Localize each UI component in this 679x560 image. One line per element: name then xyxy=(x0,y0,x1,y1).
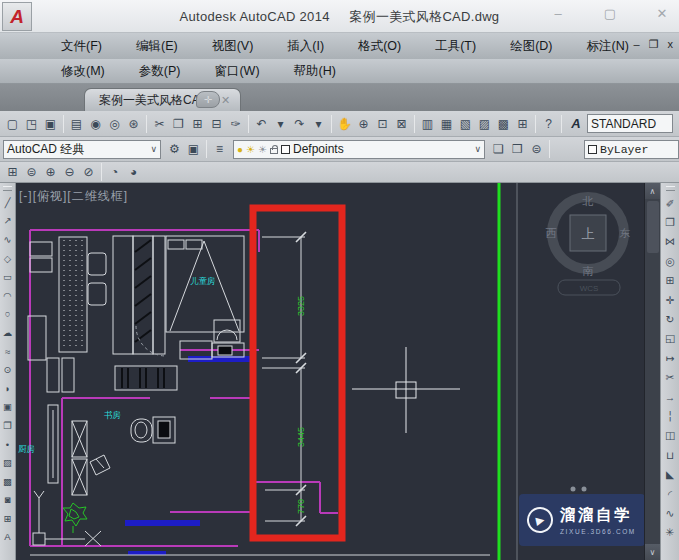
doc-close-button[interactable]: x xyxy=(668,38,674,51)
layer-lock-icon[interactable] xyxy=(270,148,278,154)
named-views-icon[interactable]: ⊜ xyxy=(22,164,41,181)
sheet-set-icon[interactable]: ▨ xyxy=(475,114,494,134)
redo-icon[interactable]: ↷ xyxy=(290,114,309,134)
join-icon[interactable]: ⊔ xyxy=(661,445,679,464)
layer-thaw-icon[interactable]: ☀ xyxy=(246,144,255,155)
insert-block-icon[interactable]: ▣ xyxy=(0,398,15,417)
spline-icon[interactable]: ≈ xyxy=(0,342,15,361)
menu-help[interactable]: 帮助(H) xyxy=(277,63,353,80)
close-button[interactable]: ✕ xyxy=(653,6,671,21)
ellipse-arc-icon[interactable]: ◗ xyxy=(0,379,15,398)
copy-object-icon[interactable]: ❐ xyxy=(661,212,679,231)
new-view-icon[interactable]: ⊕ xyxy=(41,164,60,181)
offset-icon[interactable]: ◎ xyxy=(661,251,679,270)
text-style-icon[interactable]: A xyxy=(565,116,587,131)
save-icon[interactable]: ▣ xyxy=(41,114,60,134)
rotate-icon[interactable]: ↻ xyxy=(661,309,679,328)
open-icon[interactable]: ◳ xyxy=(22,114,41,134)
properties-icon[interactable]: ▥ xyxy=(418,114,437,134)
doc-minimize-button[interactable]: – xyxy=(634,38,640,51)
markup-icon[interactable]: ▩ xyxy=(494,114,513,134)
menu-window[interactable]: 窗口(W) xyxy=(197,63,276,80)
rectangle-icon[interactable]: ▭ xyxy=(0,267,15,286)
menu-modify[interactable]: 修改(M) xyxy=(44,63,122,80)
menu-parametric[interactable]: 参数(P) xyxy=(122,63,198,80)
workspace-combo[interactable]: AutoCAD 经典 ∨ xyxy=(3,140,161,159)
stretch-icon[interactable]: ↦ xyxy=(661,348,679,367)
viewports-icon[interactable]: ⊞ xyxy=(3,164,22,181)
drawing-canvas[interactable]: 儿童房 书房 厨房 3325 3445 770 xyxy=(16,183,644,560)
array-icon[interactable]: ⊞ xyxy=(661,271,679,290)
circle-icon[interactable]: ○ xyxy=(0,305,15,324)
layer-previous-icon[interactable]: ❏ xyxy=(489,139,508,159)
undo-dropdown-icon[interactable]: ▾ xyxy=(271,114,290,134)
trim-icon[interactable]: ✂ xyxy=(661,368,679,387)
break-icon[interactable]: ◫ xyxy=(661,426,679,445)
line-icon[interactable]: ╱ xyxy=(0,193,15,212)
scale-icon[interactable]: ◱ xyxy=(661,329,679,348)
vertical-scrollbar[interactable]: ∧ ∨ xyxy=(644,183,660,560)
polygon-icon[interactable]: ◇ xyxy=(0,249,15,268)
point-icon[interactable]: • xyxy=(0,435,15,454)
layer-vp-freeze-icon[interactable]: ☀ xyxy=(258,144,267,155)
help-icon[interactable]: ? xyxy=(539,114,558,134)
fillet-icon[interactable]: ◜ xyxy=(661,484,679,503)
hatch-icon[interactable]: ▨ xyxy=(0,453,15,472)
layer-isolate-icon[interactable]: ❒ xyxy=(508,139,527,159)
ellipse-icon[interactable]: ⊙ xyxy=(0,360,15,379)
chamfer-icon[interactable]: ◣ xyxy=(661,464,679,483)
update-view-icon[interactable]: ⊖ xyxy=(60,164,79,181)
workspace-save-icon[interactable]: ▣ xyxy=(184,139,203,159)
quickcalc-icon[interactable]: ⊞ xyxy=(513,114,532,134)
arc-icon[interactable]: ◠ xyxy=(0,286,15,305)
undo-icon[interactable]: ↶ xyxy=(252,114,271,134)
doc-restore-button[interactable]: ❐ xyxy=(649,38,659,51)
tab-close-icon[interactable]: ✕ xyxy=(221,94,230,107)
menu-insert[interactable]: 插入(I) xyxy=(270,38,341,55)
layer-unisolate-icon[interactable]: ⊜ xyxy=(527,139,546,159)
pan-icon[interactable]: ✋ xyxy=(335,114,354,134)
sheet-view-icon[interactable]: ◔ xyxy=(105,164,124,181)
new-icon[interactable]: ▢ xyxy=(3,114,22,134)
menu-view[interactable]: 视图(V) xyxy=(195,38,271,55)
blend-icon[interactable]: ∿ xyxy=(661,503,679,522)
new-tab-button[interactable]: ✛ xyxy=(196,91,220,108)
make-block-icon[interactable]: ❐ xyxy=(0,416,15,435)
viewcube[interactable]: 北 南 西 东 上 WCS xyxy=(546,195,631,295)
menu-file[interactable]: 文件(F) xyxy=(44,38,119,55)
region-icon[interactable]: ◙ xyxy=(0,491,15,510)
toolbar-grip[interactable] xyxy=(3,186,12,191)
break-at-point-icon[interactable]: ╎ xyxy=(661,406,679,425)
scroll-down-icon[interactable]: ∨ xyxy=(645,544,660,560)
erase-icon[interactable]: ✐ xyxy=(661,193,679,212)
copy-icon[interactable]: ❐ xyxy=(169,114,188,134)
viewport-controls-label[interactable]: [-][俯视][二维线框] xyxy=(19,188,128,205)
zoom-window-icon[interactable]: ⊡ xyxy=(373,114,392,134)
etransmit-icon[interactable]: ⊛ xyxy=(124,114,143,134)
mtext-icon[interactable]: A xyxy=(0,528,15,547)
minimize-button[interactable]: – xyxy=(549,6,567,21)
maximize-button[interactable]: ▢ xyxy=(601,6,619,21)
color-combo[interactable]: ByLayer xyxy=(584,140,679,159)
print-preview-icon[interactable]: ◉ xyxy=(86,114,105,134)
toolbar-grip[interactable] xyxy=(666,186,675,191)
publish-icon[interactable]: ◎ xyxy=(105,114,124,134)
gradient-icon[interactable]: ▩ xyxy=(0,472,15,491)
menu-draw[interactable]: 绘图(D) xyxy=(493,38,569,55)
layer-manager-icon[interactable]: ≡ xyxy=(210,139,229,159)
move-icon[interactable]: ✛ xyxy=(661,290,679,309)
layer-color-swatch[interactable] xyxy=(281,145,290,154)
paste-icon[interactable]: ⊞ xyxy=(188,114,207,134)
layer-on-icon[interactable]: ● xyxy=(237,144,243,155)
mirror-icon[interactable]: ⋈ xyxy=(661,232,679,251)
scrollbar-thumb[interactable] xyxy=(647,201,659,253)
construction-line-icon[interactable]: ↗ xyxy=(0,212,15,231)
scroll-up-icon[interactable]: ∧ xyxy=(645,183,660,199)
redo-dropdown-icon[interactable]: ▾ xyxy=(309,114,328,134)
extend-icon[interactable]: → xyxy=(661,387,679,406)
match-properties-icon[interactable]: ✑ xyxy=(226,114,245,134)
explode-icon[interactable]: ✳ xyxy=(661,523,679,542)
polyline-icon[interactable]: ∿ xyxy=(0,230,15,249)
zoom-previous-icon[interactable]: ⊠ xyxy=(392,114,411,134)
cut-icon[interactable]: ✂ xyxy=(150,114,169,134)
